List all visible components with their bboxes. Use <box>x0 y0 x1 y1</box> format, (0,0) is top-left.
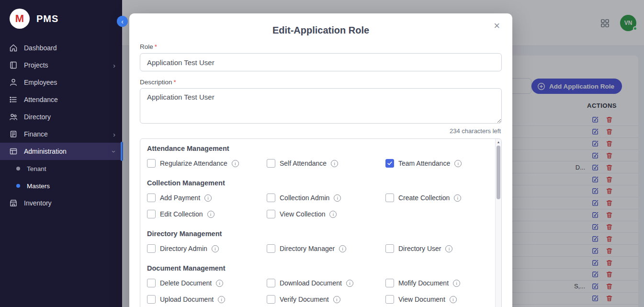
permission-item-regularize-attendance: Regularize Attendance <box>147 159 267 168</box>
sidebar-item-projects[interactable]: Projects› <box>0 57 122 74</box>
role-label: Role* <box>140 43 502 50</box>
sidebar-item-administration[interactable]: Administration› <box>0 143 122 160</box>
scroll-up-arrow-icon[interactable]: ▲ <box>496 140 501 144</box>
sidebar-item-employees[interactable]: Employees <box>0 74 122 91</box>
description-input[interactable]: Application Test User <box>140 88 502 124</box>
checkbox-view-collection[interactable] <box>267 210 275 218</box>
permission-item-verify-document: Verify Document <box>267 295 385 304</box>
info-icon[interactable] <box>334 194 341 202</box>
sidebar-item-label: Finance <box>24 130 122 138</box>
employees-icon <box>9 78 18 87</box>
permission-item-delete-document: Delete Document <box>147 279 267 287</box>
checkbox-regularize-attendance[interactable] <box>147 159 156 168</box>
info-icon[interactable] <box>450 296 457 303</box>
checkbox-edit-collection[interactable] <box>147 210 156 218</box>
permission-item-view-collection: View Collection <box>267 210 385 218</box>
sidebar-item-label: Projects <box>24 61 122 69</box>
modal-scrollbar[interactable]: ▲ ▼ <box>495 139 501 307</box>
info-icon[interactable] <box>207 211 215 218</box>
checkbox-directory-manager[interactable] <box>267 244 275 253</box>
permission-item-upload-document: Upload Document <box>147 295 267 304</box>
permission-label: Self Attendance <box>280 159 327 167</box>
scrollbar-thumb[interactable] <box>497 146 500 199</box>
permission-label: Collection Admin <box>280 194 329 202</box>
permission-item-directory-admin: Directory Admin <box>147 244 267 253</box>
checkbox-view-document[interactable] <box>385 295 394 304</box>
permission-item-create-collection: Create Collection <box>385 193 487 202</box>
permission-label: View Document <box>398 296 445 303</box>
sidebar-subitem-tenant[interactable]: Tenant <box>0 160 122 177</box>
info-icon[interactable] <box>204 194 212 202</box>
projects-icon <box>9 61 18 69</box>
info-icon[interactable] <box>218 296 225 303</box>
sidebar-subitem-masters[interactable]: Masters <box>0 177 122 194</box>
permission-label: Delete Document <box>160 279 212 287</box>
checkbox-self-attendance[interactable] <box>267 159 275 168</box>
checkbox-upload-document[interactable] <box>147 295 156 304</box>
permission-item-directory-manager: Directory Manager <box>267 244 385 253</box>
info-icon[interactable] <box>232 160 239 167</box>
permission-item-view-document: View Document <box>385 295 487 304</box>
sidebar-item-label: Directory <box>24 113 122 121</box>
brand-name: PMS <box>36 13 58 24</box>
sidebar-collapse-button[interactable]: ‹ <box>117 16 128 27</box>
checkbox-delete-document[interactable] <box>147 279 156 287</box>
permission-label: Edit Collection <box>160 210 203 218</box>
required-asterisk: * <box>155 43 157 50</box>
sidebar-item-attendance[interactable]: Attendance <box>0 91 122 108</box>
directory-icon <box>9 113 18 121</box>
administration-icon <box>9 147 18 156</box>
sidebar-item-label: Attendance <box>24 96 122 103</box>
permission-item-edit-collection: Edit Collection <box>147 210 267 218</box>
info-icon[interactable] <box>329 211 337 218</box>
checkbox-download-document[interactable] <box>267 279 275 287</box>
required-asterisk: * <box>174 79 176 86</box>
checkbox-verify-document[interactable] <box>267 295 275 304</box>
role-input[interactable] <box>140 53 502 71</box>
permission-group-title: Directory Management <box>147 230 487 238</box>
info-icon[interactable] <box>453 280 460 287</box>
info-icon[interactable] <box>454 194 461 202</box>
permission-label: Upload Document <box>160 296 214 303</box>
sidebar-item-label: Inventory <box>24 199 122 207</box>
checkbox-mofify-document[interactable] <box>385 279 394 287</box>
sidebar-item-finance[interactable]: Finance› <box>0 125 122 143</box>
info-icon[interactable] <box>333 296 340 303</box>
chevron-down-icon: › <box>111 150 118 153</box>
info-icon[interactable] <box>339 245 346 252</box>
checkbox-directory-admin[interactable] <box>147 244 156 253</box>
app-root: M PMS DashboardProjects›EmployeesAttenda… <box>0 0 644 307</box>
checkbox-collection-admin[interactable] <box>267 193 275 202</box>
checkbox-create-collection[interactable] <box>385 193 394 202</box>
info-icon[interactable] <box>331 160 338 167</box>
permission-item-team-attendance: Team Attendance <box>385 159 487 168</box>
permission-group-title: Attendance Management <box>147 145 487 152</box>
checkbox-add-payment[interactable] <box>147 193 156 202</box>
sidebar-item-inventory[interactable]: Inventory <box>0 194 122 212</box>
info-icon[interactable] <box>445 245 452 252</box>
checkbox-team-attendance[interactable] <box>385 159 394 168</box>
permission-item-collection-admin: Collection Admin <box>267 193 385 202</box>
sidebar-item-label: Employees <box>24 79 122 86</box>
permissions-panel: Attendance ManagementRegularize Attendan… <box>140 138 502 307</box>
bullet-dot-icon <box>16 184 20 188</box>
permission-item-download-document: Download Document <box>267 279 385 287</box>
permission-groups: Attendance ManagementRegularize Attendan… <box>147 145 487 304</box>
edit-application-role-modal: Edit-Application Role × Role* Descriptio… <box>129 13 512 307</box>
info-icon[interactable] <box>454 160 462 167</box>
brand: M PMS <box>0 0 122 36</box>
sidebar-nav: DashboardProjects›EmployeesAttendanceDir… <box>0 39 122 212</box>
info-icon[interactable] <box>212 245 219 252</box>
close-icon[interactable]: × <box>491 20 503 32</box>
checkbox-directory-user[interactable] <box>385 244 394 253</box>
info-icon[interactable] <box>346 280 353 287</box>
sidebar-item-dashboard[interactable]: Dashboard <box>0 39 122 57</box>
sidebar-item-directory[interactable]: Directory <box>0 108 122 125</box>
home-icon <box>9 44 18 52</box>
permission-grid: Directory AdminDirectory ManagerDirector… <box>147 244 487 253</box>
permission-label: Directory User <box>398 245 441 252</box>
permission-item-self-attendance: Self Attendance <box>267 159 385 168</box>
info-icon[interactable] <box>216 280 223 287</box>
permission-label: View Collection <box>280 210 325 218</box>
characters-left-counter: 234 characters left <box>140 127 501 135</box>
